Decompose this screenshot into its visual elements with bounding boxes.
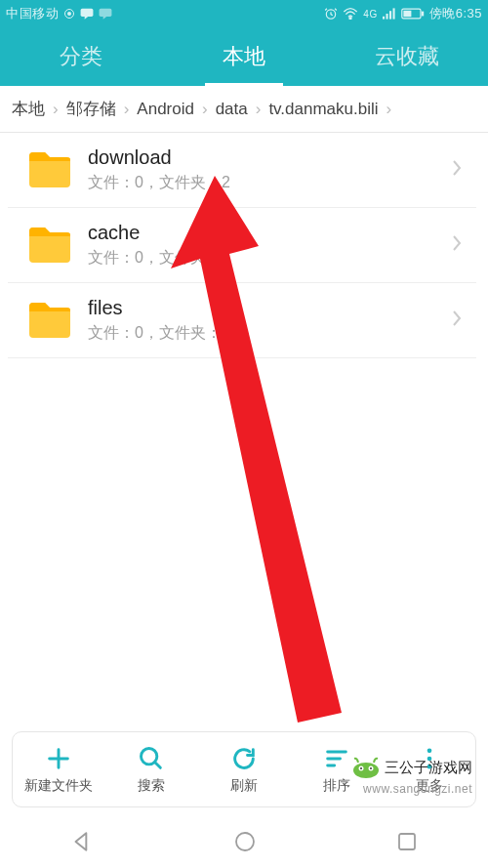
- nav-home-button[interactable]: [233, 830, 257, 853]
- svg-rect-9: [392, 8, 394, 19]
- sort-icon: [323, 745, 350, 772]
- svg-rect-7: [386, 14, 387, 20]
- button-label: 刷新: [230, 777, 258, 795]
- tab-cloud[interactable]: 云收藏: [325, 27, 488, 86]
- list-item-body: cache 文件：0，文件夹：4: [88, 222, 451, 269]
- chevron-right-icon: [451, 233, 463, 257]
- breadcrumb: 本地 › 邹存储 › Android › data › tv.danmaku.b…: [0, 86, 488, 133]
- folder-name: cache: [88, 222, 451, 244]
- svg-point-5: [349, 18, 351, 20]
- tab-local[interactable]: 本地: [163, 27, 326, 86]
- breadcrumb-item[interactable]: Android: [129, 100, 202, 119]
- folder-icon: [27, 150, 72, 189]
- watermark-url: www.sangongzi.net: [363, 782, 472, 796]
- chat-icon-2: [99, 8, 112, 20]
- tab-label: 分类: [60, 42, 102, 71]
- list-item-body: download 文件：0，文件夹：2: [88, 146, 451, 193]
- breadcrumb-item[interactable]: data: [208, 100, 256, 119]
- wifi-icon: [343, 8, 358, 20]
- chevron-right-icon: ›: [386, 100, 392, 119]
- refresh-icon: [230, 745, 258, 772]
- status-right: 4G 傍晚6:35: [324, 5, 482, 22]
- folder-name: files: [88, 297, 451, 319]
- svg-rect-3: [100, 9, 112, 17]
- button-label: 排序: [323, 777, 350, 795]
- carrier-label: 中国移动: [6, 5, 59, 22]
- folder-icon: [27, 301, 72, 340]
- alarm-icon: [324, 7, 338, 21]
- folder-name: download: [88, 146, 451, 169]
- list-item[interactable]: download 文件：0，文件夹：2: [8, 133, 476, 208]
- svg-point-22: [360, 767, 362, 769]
- svg-rect-8: [389, 11, 391, 19]
- nav-back-button[interactable]: [69, 829, 95, 854]
- svg-rect-6: [383, 17, 385, 20]
- svg-rect-18: [399, 834, 415, 849]
- svg-rect-12: [403, 11, 411, 17]
- list-item[interactable]: files 文件：0，文件夹：6: [8, 283, 476, 358]
- network-badge: 4G: [363, 9, 377, 20]
- tab-category[interactable]: 分类: [0, 27, 163, 86]
- watermark-brand: 三公子游戏网: [351, 757, 472, 778]
- breadcrumb-item[interactable]: 邹存储: [59, 98, 124, 120]
- breadcrumb-item[interactable]: tv.danmaku.bili: [261, 100, 386, 119]
- folder-subtext: 文件：0，文件夹：2: [88, 173, 451, 193]
- battery-icon: [401, 8, 425, 20]
- folder-icon: [27, 226, 72, 265]
- tab-bar: 分类 本地 云收藏: [0, 27, 488, 86]
- search-icon: [138, 745, 165, 772]
- location-icon: [63, 8, 75, 20]
- brand-logo-icon: [351, 757, 381, 778]
- breadcrumb-item[interactable]: 本地: [4, 98, 53, 120]
- button-label: 搜索: [138, 777, 165, 795]
- svg-point-14: [427, 748, 431, 753]
- list-item-body: files 文件：0，文件夹：6: [88, 297, 451, 344]
- svg-rect-11: [421, 12, 423, 17]
- new-folder-button[interactable]: 新建文件夹: [13, 732, 105, 806]
- plus-icon: [45, 745, 72, 772]
- svg-point-17: [236, 833, 254, 850]
- watermark-text: 三公子游戏网: [385, 759, 472, 777]
- signal-icon: [383, 8, 396, 20]
- svg-point-23: [370, 767, 372, 769]
- list-item[interactable]: cache 文件：0，文件夹：4: [8, 208, 476, 283]
- search-button[interactable]: 搜索: [105, 732, 198, 806]
- button-label: 新建文件夹: [24, 777, 93, 795]
- chevron-right-icon: [451, 158, 463, 182]
- chat-icon: [80, 8, 94, 20]
- chevron-right-icon: [451, 309, 463, 332]
- status-left: 中国移动: [6, 5, 112, 22]
- svg-rect-2: [81, 9, 94, 17]
- android-nav-bar: [0, 815, 488, 868]
- folder-subtext: 文件：0，文件夹：4: [88, 248, 451, 269]
- nav-recent-button[interactable]: [395, 830, 419, 853]
- refresh-button[interactable]: 刷新: [198, 732, 291, 806]
- folder-list: download 文件：0，文件夹：2 cache 文件：0，文件夹：4 fil…: [0, 133, 488, 358]
- svg-point-19: [353, 763, 379, 778]
- folder-subtext: 文件：0，文件夹：6: [88, 323, 451, 344]
- time-label: 傍晚6:35: [429, 5, 482, 22]
- tab-label: 本地: [223, 42, 265, 71]
- tab-label: 云收藏: [375, 42, 439, 71]
- status-bar: 中国移动 4G 傍晚6:35: [0, 0, 488, 27]
- svg-point-0: [67, 12, 71, 16]
